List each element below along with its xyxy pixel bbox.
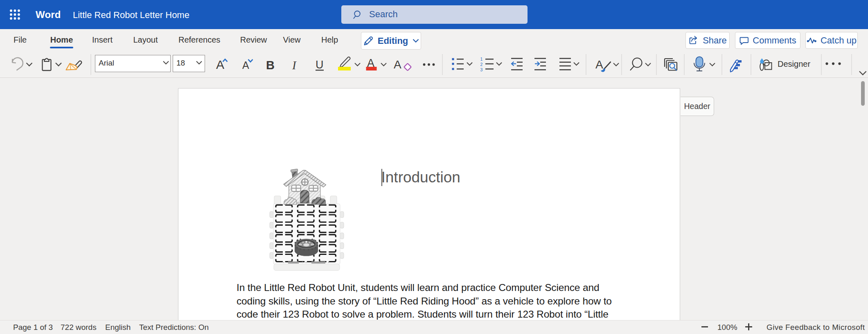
svg-text:A: A bbox=[242, 59, 249, 71]
svg-text:B: B bbox=[266, 59, 275, 72]
svg-text:3: 3 bbox=[480, 67, 483, 72]
svg-text:2: 2 bbox=[480, 62, 483, 67]
svg-text:A: A bbox=[394, 58, 401, 71]
svg-text:1: 1 bbox=[480, 57, 483, 61]
svg-text:A: A bbox=[216, 58, 224, 71]
svg-text:A: A bbox=[595, 58, 603, 71]
svg-text:I: I bbox=[292, 59, 297, 72]
svg-text:U: U bbox=[316, 59, 324, 71]
